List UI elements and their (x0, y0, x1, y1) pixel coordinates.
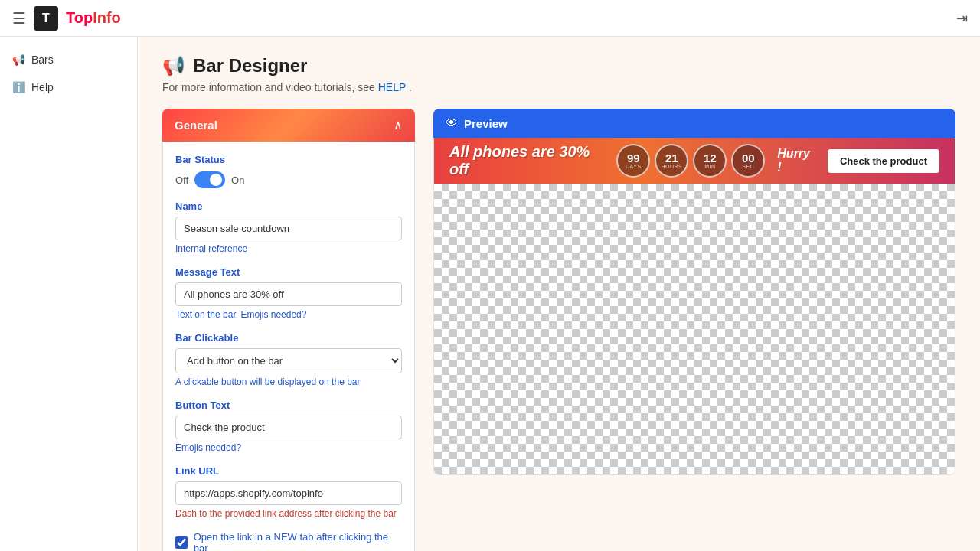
bar-preview: All phones are 30% off 99 DAYS 21 HOURS (434, 138, 955, 184)
countdown-circles: 99 DAYS 21 HOURS 12 MIN (616, 144, 765, 178)
hamburger-icon[interactable]: ☰ (12, 9, 26, 28)
name-hint: Internal reference (175, 243, 402, 254)
preview-header: 👁 Preview (433, 109, 956, 138)
general-section-body: Bar Status Off On Name (162, 142, 415, 551)
page-title-row: 📢 Bar Designer (162, 55, 956, 77)
bar-clickable-label: Bar Clickable (175, 332, 402, 344)
bar-status-label: Bar Status (175, 154, 402, 165)
preview-eye-icon: 👁 (446, 116, 458, 130)
bar-status-toggle[interactable] (194, 171, 225, 188)
exit-icon[interactable]: ⇥ (956, 10, 968, 27)
sec-number: 00 (742, 152, 755, 164)
name-input[interactable] (175, 217, 402, 240)
logo-box: T (34, 6, 58, 31)
collapse-icon[interactable]: ∧ (394, 118, 403, 132)
sidebar-item-help[interactable]: ℹ️ Help (0, 73, 137, 101)
name-field-group: Name Internal reference (175, 201, 402, 254)
general-section-header: General ∧ (162, 109, 415, 142)
header-left: ☰ T TopInfo (12, 6, 121, 31)
new-tab-checkbox-row: Open the link in a NEW tab after clickin… (175, 531, 402, 551)
sec-label: SEC (742, 164, 754, 169)
bar-clickable-field-group: Bar Clickable Add button on the bar Make… (175, 332, 402, 387)
left-panel: General ∧ Bar Status Off On (162, 109, 415, 551)
page-title: Bar Designer (193, 55, 307, 77)
countdown-days: 99 DAYS (616, 144, 650, 178)
days-label: DAYS (626, 164, 642, 169)
header: ☰ T TopInfo ⇥ (0, 0, 980, 37)
off-label: Off (175, 174, 188, 186)
days-number: 99 (627, 152, 640, 164)
preview-content: All phones are 30% off 99 DAYS 21 HOURS (433, 138, 956, 475)
button-text-field-group: Button Text Emojis needed? (175, 399, 402, 453)
link-url-input[interactable] (175, 481, 402, 505)
button-text-input[interactable] (175, 416, 402, 439)
countdown-hours: 21 HOURS (655, 144, 688, 178)
sidebar: 📢 Bars ℹ️ Help (0, 37, 138, 551)
general-section-title: General (175, 119, 217, 132)
link-url-hint: Dash to the provided link address after … (175, 508, 402, 519)
page-subtitle: For more information and video tutorials… (162, 81, 956, 93)
preview-title: Preview (464, 117, 508, 130)
check-product-button[interactable]: Check the product (828, 149, 939, 173)
hours-label: HOURS (661, 164, 682, 169)
megaphone-sidebar-icon: 📢 (12, 54, 25, 66)
button-text-hint: Emojis needed? (175, 442, 402, 453)
countdown-sec: 00 SEC (731, 144, 765, 178)
bar-status-section: Bar Status Off On (175, 154, 402, 188)
min-number: 12 (704, 152, 717, 164)
logo-text: TopInfo (66, 9, 121, 27)
bar-preview-message: All phones are 30% off (449, 143, 604, 178)
help-link[interactable]: HELP (378, 81, 406, 93)
name-label: Name (175, 201, 402, 212)
new-tab-label[interactable]: Open the link in a NEW tab after clickin… (194, 531, 402, 551)
link-url-field-group: Link URL Dash to the provided link addre… (175, 465, 402, 519)
info-sidebar-icon: ℹ️ (12, 81, 25, 93)
message-text-hint: Text on the bar. Emojis needed? (175, 309, 402, 320)
hours-number: 21 (665, 152, 678, 164)
sidebar-item-bars-label: Bars (31, 54, 54, 66)
hurry-text: Hurry ! (777, 147, 815, 174)
main-content: 📢 Bar Designer For more information and … (138, 37, 980, 551)
sidebar-item-bars[interactable]: 📢 Bars (0, 46, 137, 73)
message-text-field-group: Message Text Text on the bar. Emojis nee… (175, 266, 402, 320)
bar-clickable-select[interactable]: Add button on the bar Make bar clickable… (175, 348, 402, 373)
button-text-label: Button Text (175, 399, 402, 411)
link-url-label: Link URL (175, 465, 402, 477)
logo-letter: T (42, 11, 50, 25)
layout: 📢 Bars ℹ️ Help 📢 Bar Designer For more i… (0, 37, 980, 551)
new-tab-checkbox[interactable] (175, 536, 188, 549)
toggle-row: Off On (175, 171, 402, 188)
page-megaphone-icon: 📢 (162, 55, 185, 77)
countdown-min: 12 MIN (693, 144, 727, 178)
on-label: On (231, 174, 244, 186)
sidebar-item-help-label: Help (31, 81, 54, 93)
bar-clickable-hint: A clickable button will be displayed on … (175, 377, 402, 387)
two-column-layout: General ∧ Bar Status Off On (162, 109, 956, 551)
message-text-label: Message Text (175, 266, 402, 278)
min-label: MIN (704, 164, 715, 169)
message-text-input[interactable] (175, 282, 402, 306)
right-panel: 👁 Preview All phones are 30% off 99 DAYS (433, 109, 956, 551)
canvas-area (434, 184, 955, 474)
